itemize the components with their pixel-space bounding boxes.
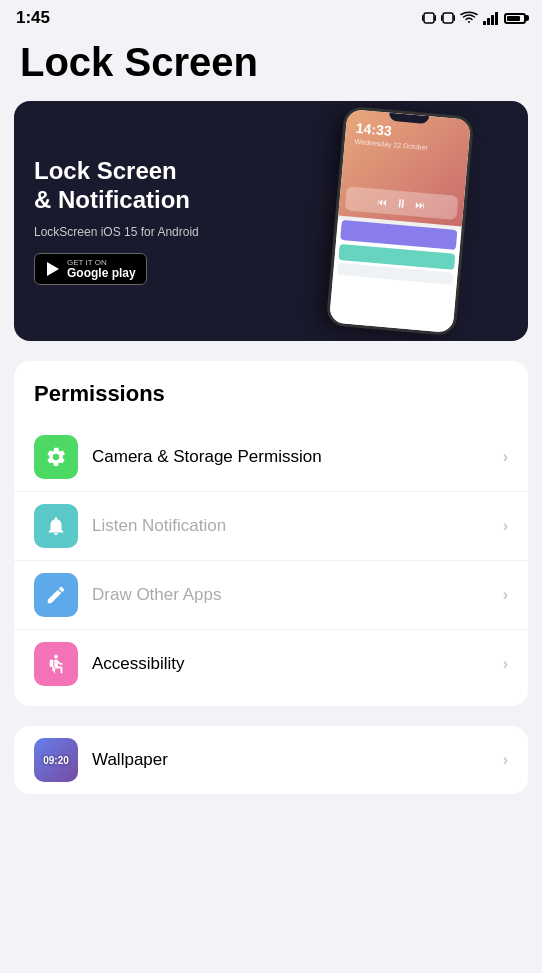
- phone-screen-bottom: [328, 220, 461, 337]
- camera-storage-chevron: ›: [503, 448, 508, 466]
- banner-content: Lock Screen& Notification LockScreen iOS…: [14, 101, 297, 341]
- svg-point-11: [54, 655, 58, 659]
- svg-rect-3: [443, 13, 453, 23]
- svg-rect-5: [454, 15, 456, 21]
- battery-icon: [504, 13, 526, 24]
- wallpaper-icon-text: 09:20: [43, 755, 69, 766]
- wallpaper-card: 09:20 Wallpaper ›: [14, 726, 528, 794]
- google-play-icon: [45, 261, 61, 277]
- listen-notification-label: Listen Notification: [92, 516, 503, 536]
- wallpaper-icon: 09:20: [34, 738, 78, 782]
- listen-notification-icon: [34, 504, 78, 548]
- vibrate-icon: [422, 10, 436, 26]
- accessibility-icon: [34, 642, 78, 686]
- phone-screen-top: 14:33 Wednesday 22 October ⏮ ⏸ ⏭: [338, 109, 471, 226]
- wifi-icon: [460, 11, 478, 25]
- accessibility-chevron: ›: [503, 655, 508, 673]
- wallpaper-chevron: ›: [503, 751, 508, 769]
- phone-mockup: 14:33 Wednesday 22 October ⏮ ⏸ ⏭: [325, 106, 474, 336]
- draw-other-apps-chevron: ›: [503, 586, 508, 604]
- status-time: 1:45: [16, 8, 50, 28]
- permission-item-draw[interactable]: Draw Other Apps ›: [14, 561, 528, 630]
- banner: Lock Screen& Notification LockScreen iOS…: [14, 101, 528, 341]
- permissions-card: Permissions Camera & Storage Permission …: [14, 361, 528, 706]
- svg-marker-10: [47, 262, 59, 276]
- svg-rect-1: [422, 15, 424, 21]
- listen-notification-chevron: ›: [503, 517, 508, 535]
- wallpaper-item[interactable]: 09:20 Wallpaper ›: [14, 726, 528, 794]
- permission-item-accessibility[interactable]: Accessibility ›: [14, 630, 528, 698]
- permissions-title: Permissions: [14, 381, 528, 423]
- banner-subtitle: LockScreen iOS 15 for Android: [34, 225, 277, 239]
- page-title: Lock Screen: [0, 32, 542, 101]
- banner-phone: 14:33 Wednesday 22 October ⏮ ⏸ ⏭: [271, 101, 528, 341]
- banner-title: Lock Screen& Notification: [34, 157, 277, 215]
- permission-item-camera[interactable]: Camera & Storage Permission ›: [14, 423, 528, 492]
- svg-rect-2: [435, 15, 437, 21]
- signal-icon: [483, 11, 499, 25]
- draw-other-apps-icon: [34, 573, 78, 617]
- camera-storage-label: Camera & Storage Permission: [92, 447, 503, 467]
- permission-item-notification[interactable]: Listen Notification ›: [14, 492, 528, 561]
- phone-time-display: 14:33: [355, 120, 392, 139]
- svg-rect-7: [487, 18, 490, 25]
- vibrate2-icon: [441, 10, 455, 26]
- svg-rect-6: [483, 21, 486, 25]
- google-play-badge[interactable]: GET IT ON Google play: [34, 253, 147, 285]
- wallpaper-label: Wallpaper: [92, 750, 503, 770]
- svg-rect-8: [491, 15, 494, 25]
- status-icons: [422, 10, 526, 26]
- svg-rect-0: [424, 13, 434, 23]
- phone-date-display: Wednesday 22 October: [354, 138, 428, 151]
- draw-other-apps-label: Draw Other Apps: [92, 585, 503, 605]
- svg-rect-4: [441, 15, 443, 21]
- accessibility-label: Accessibility: [92, 654, 503, 674]
- badge-bottom-text: Google play: [67, 267, 136, 279]
- status-bar: 1:45: [0, 0, 542, 32]
- svg-rect-9: [495, 12, 498, 25]
- camera-storage-icon: [34, 435, 78, 479]
